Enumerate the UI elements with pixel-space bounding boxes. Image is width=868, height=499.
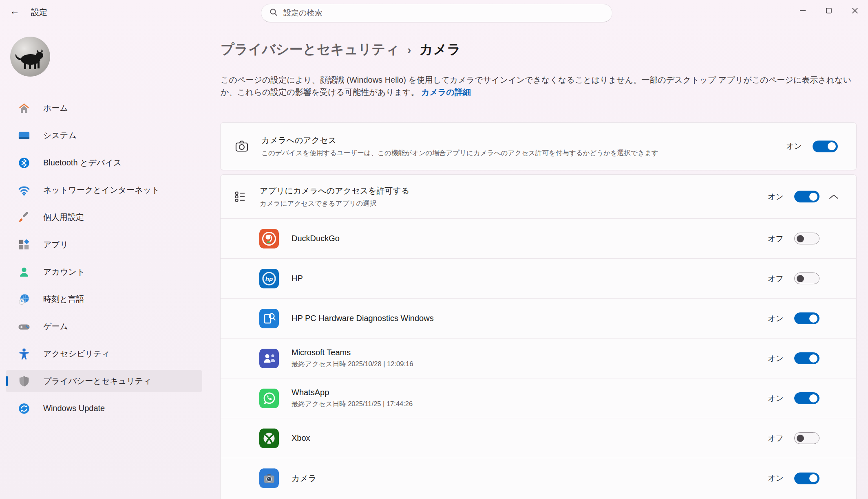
breadcrumb: プライバシーとセキュリティ › カメラ: [221, 40, 461, 59]
search-input[interactable]: 設定の検索: [261, 4, 612, 22]
app-last-access: 最終アクセス日時 2025/10/28 | 12:09:16: [292, 360, 413, 369]
app-toggle[interactable]: オン: [768, 312, 819, 324]
minimize-button[interactable]: [790, 0, 816, 21]
toggle-switch-off[interactable]: [794, 233, 819, 244]
sidebar-item-privacy-security[interactable]: プライバシーとセキュリティ: [6, 370, 202, 392]
sidebar-item-bluetooth[interactable]: Bluetooth とデバイス: [6, 152, 202, 174]
minimize-icon: [799, 7, 806, 14]
sidebar-item-label: システム: [43, 130, 77, 141]
sidebar-item-label: 時刻と言語: [43, 294, 84, 305]
whatsapp-icon: [259, 389, 279, 408]
sidebar-item-windows-update[interactable]: Windows Update: [6, 397, 202, 420]
sidebar-item-label: ホーム: [43, 103, 68, 114]
app-rows: DuckDuckGoオフhpHPオフHP PC Hardware Diagnos…: [221, 219, 856, 498]
sidebar-item-label: ネットワークとインターネット: [43, 185, 160, 196]
toggle-state-label: オン: [786, 141, 802, 152]
app-toggle[interactable]: オン: [768, 392, 819, 404]
search-placeholder: 設定の検索: [283, 8, 322, 18]
app-access-header-row: アプリにカメラへのアクセスを許可する カメラにアクセスできるアプリの選択 オン: [221, 175, 856, 219]
sidebar-item-label: ゲーム: [43, 321, 68, 332]
toggle-switch-on[interactable]: [794, 312, 819, 324]
app-row: カメラオン: [221, 458, 856, 498]
toggle-state-label: オン: [768, 393, 784, 404]
sidebar-item-accessibility[interactable]: アクセシビリティ: [6, 343, 202, 365]
accessibility-icon: [18, 348, 30, 360]
description-text: このページの設定により、顔認識 (Windows Hello) を使用してカメラ…: [221, 75, 851, 97]
sidebar-item-apps[interactable]: アプリ: [6, 233, 202, 256]
accounts-icon: [18, 266, 30, 278]
sidebar-item-label: Windows Update: [43, 404, 105, 413]
hp-icon: hp: [259, 269, 279, 288]
app-last-access: 最終アクセス日時 2025/11/25 | 17:44:26: [292, 400, 413, 409]
toggle-state-label: オフ: [768, 273, 784, 284]
sidebar-item-label: Bluetooth とデバイス: [43, 157, 121, 168]
toggle-switch-on[interactable]: [794, 392, 819, 404]
app-name: Xbox: [292, 433, 310, 443]
toggle-switch-on[interactable]: [794, 352, 819, 364]
sidebar-item-home[interactable]: ホーム: [6, 97, 202, 119]
svg-text:hp: hp: [265, 275, 273, 282]
toggle-switch-on[interactable]: [794, 191, 819, 202]
collapse-expander-button[interactable]: [828, 194, 839, 200]
toggle-state-label: オフ: [768, 433, 784, 444]
titlebar: ← 設定 設定の検索: [0, 0, 868, 23]
personalization-icon: [18, 211, 30, 224]
camera-access-subtitle: このデバイスを使用するユーザーは、この機能がオンの場合アプリにカメラへのアクセス…: [261, 149, 658, 158]
app-name: DuckDuckGo: [292, 234, 340, 243]
toggle-state-label: オン: [768, 353, 784, 364]
back-button[interactable]: ←: [7, 4, 23, 18]
toggle-switch-off[interactable]: [794, 432, 819, 444]
app-name: HP: [292, 274, 303, 283]
maximize-button[interactable]: [816, 0, 842, 21]
cat-silhouette: [13, 44, 48, 71]
close-icon: [851, 7, 859, 14]
camera-outline-icon: [234, 139, 249, 154]
sidebar-item-accounts[interactable]: アカウント: [6, 261, 202, 283]
xbox-icon: [259, 429, 279, 448]
bluetooth-icon: [18, 157, 30, 169]
search-icon: [269, 8, 278, 18]
page-title: カメラ: [420, 40, 461, 59]
system-icon: [18, 130, 30, 142]
home-icon: [18, 102, 30, 114]
window-title: 設定: [31, 7, 47, 18]
sidebar-item-time-language[interactable]: 時刻と言語: [6, 288, 202, 310]
toggle-state-label: オフ: [768, 233, 784, 244]
apps-icon: [18, 239, 30, 251]
hp-diag-icon: [259, 309, 279, 328]
app-access-toggle[interactable]: オン: [768, 191, 819, 202]
toggle-switch-on[interactable]: [794, 473, 819, 484]
breadcrumb-separator-icon: ›: [407, 42, 411, 57]
app-access-title: アプリにカメラへのアクセスを許可する: [260, 185, 410, 196]
camera-access-toggle[interactable]: オン: [786, 141, 838, 152]
gaming-icon: [18, 321, 30, 333]
sidebar-item-network[interactable]: ネットワークとインターネット: [6, 179, 202, 201]
app-toggle[interactable]: オン: [768, 352, 819, 364]
app-name: WhatsApp: [292, 388, 413, 397]
toggle-switch-off[interactable]: [794, 273, 819, 284]
app-name: HP PC Hardware Diagnostics Windows: [292, 314, 434, 323]
app-toggle[interactable]: オフ: [768, 273, 819, 284]
app-toggle[interactable]: オフ: [768, 432, 819, 444]
app-toggle[interactable]: オン: [768, 473, 819, 484]
sidebar-item-label: アクセシビリティ: [43, 348, 110, 359]
sidebar-item-gaming[interactable]: ゲーム: [6, 315, 202, 338]
sidebar-item-system[interactable]: システム: [6, 124, 202, 147]
toggle-switch-on[interactable]: [813, 141, 838, 152]
breadcrumb-parent[interactable]: プライバシーとセキュリティ: [221, 40, 399, 59]
app-row: WhatsApp最終アクセス日時 2025/11/25 | 17:44:26オン: [221, 378, 856, 418]
chevron-up-icon: [828, 194, 839, 200]
app-name: Microsoft Teams: [292, 348, 413, 357]
sidebar-item-label: プライバシーとセキュリティ: [43, 376, 152, 387]
toggle-state-label: オン: [768, 191, 784, 202]
app-list-icon: [233, 189, 247, 204]
close-button[interactable]: [842, 0, 868, 21]
sidebar-item-personalization[interactable]: 個人用設定: [6, 206, 202, 229]
app-name: カメラ: [292, 473, 316, 484]
privacy-icon: [18, 375, 30, 387]
user-avatar[interactable]: [10, 37, 50, 77]
camera-details-link[interactable]: カメラの詳細: [421, 88, 471, 97]
app-permissions-card: アプリにカメラへのアクセスを許可する カメラにアクセスできるアプリの選択 オン …: [220, 174, 857, 499]
app-toggle[interactable]: オフ: [768, 233, 819, 244]
camera-app-icon: [259, 468, 279, 488]
